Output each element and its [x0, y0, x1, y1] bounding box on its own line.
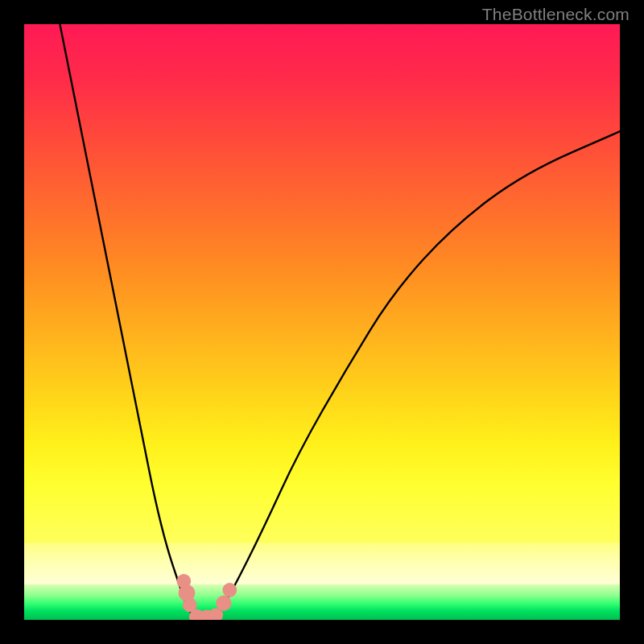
marker-right-low — [216, 596, 231, 611]
chart-frame: TheBottleneck.com — [0, 0, 644, 644]
curves-svg — [24, 24, 620, 620]
marker-right-up — [222, 583, 237, 597]
curve-layer — [60, 24, 620, 620]
series-right-curve — [215, 131, 620, 620]
marker-layer — [176, 574, 237, 620]
watermark-text: TheBottleneck.com — [482, 5, 630, 24]
plot-area — [24, 24, 620, 620]
series-left-curve — [60, 24, 196, 620]
